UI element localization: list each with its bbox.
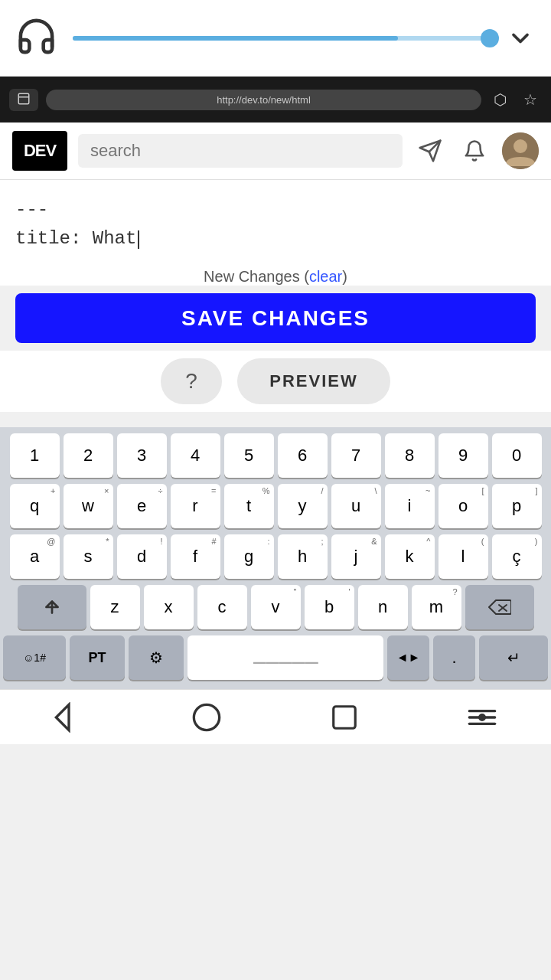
send-icon[interactable] — [413, 134, 447, 168]
key-f[interactable]: #f — [171, 534, 220, 579]
settings-key[interactable]: ⚙ — [129, 635, 184, 680]
svg-point-5 — [514, 139, 527, 153]
key-k[interactable]: ^k — [385, 534, 435, 579]
search-input[interactable] — [78, 134, 403, 168]
editor-content: --- title: What — [15, 195, 536, 254]
nav-bar — [0, 689, 551, 744]
new-changes-text: New Changes (clear) — [204, 268, 347, 285]
key-t[interactable]: %t — [224, 484, 274, 528]
dev-navbar: DEV — [0, 122, 551, 180]
key-b[interactable]: 'b — [305, 585, 354, 629]
key-v[interactable]: "v — [251, 585, 301, 629]
key-5[interactable]: 5 — [224, 433, 274, 478]
nav-recents-button[interactable] — [321, 694, 367, 740]
help-button[interactable]: ? — [161, 358, 222, 404]
backspace-key[interactable] — [465, 585, 534, 629]
key-i[interactable]: ~i — [385, 484, 435, 528]
dev-logo[interactable]: DEV — [12, 131, 67, 171]
preview-button[interactable]: PREVIEW — [237, 358, 390, 404]
key-1[interactable]: 1 — [10, 433, 60, 478]
key-6[interactable]: 6 — [278, 433, 328, 478]
key-z[interactable]: z — [90, 585, 140, 629]
key-0[interactable]: 0 — [492, 433, 542, 478]
browser-tab[interactable] — [9, 89, 38, 111]
bottom-buttons: ? PREVIEW — [0, 351, 551, 412]
svg-rect-0 — [18, 93, 29, 104]
key-o[interactable]: [o — [439, 484, 488, 528]
svg-rect-10 — [334, 706, 356, 728]
spacer — [0, 412, 551, 427]
nav-home-button[interactable] — [184, 694, 230, 740]
svg-marker-8 — [56, 704, 69, 730]
nav-back-button[interactable] — [46, 694, 92, 740]
keyboard-bottom-row: ☺1# PT ⚙ ⎽⎽⎽⎽⎽ ◄► . ↵ — [3, 635, 548, 680]
key-2[interactable]: 2 — [64, 433, 113, 478]
key-j[interactable]: &j — [331, 534, 381, 579]
clear-link[interactable]: clear — [309, 268, 342, 285]
svg-point-11 — [480, 714, 485, 720]
avatar[interactable] — [502, 132, 539, 169]
arrow-key[interactable]: ◄► — [387, 635, 429, 680]
browser-share-icon[interactable]: ⬡ — [489, 90, 511, 109]
save-changes-button[interactable]: SAVE CHANGES — [15, 293, 536, 343]
new-changes-bar: New Changes (clear) — [0, 260, 551, 286]
key-q[interactable]: +q — [10, 484, 60, 528]
key-x[interactable]: x — [144, 585, 194, 629]
keyboard-row-1: +q ×w ÷e =r %t /y \u ~i [o ]p — [3, 484, 548, 528]
audio-progress-bar[interactable] — [73, 36, 490, 41]
key-y[interactable]: /y — [278, 484, 328, 528]
key-u[interactable]: \u — [331, 484, 381, 528]
key-r[interactable]: =r — [171, 484, 220, 528]
svg-point-9 — [194, 704, 219, 730]
key-g[interactable]: :g — [224, 534, 274, 579]
keyboard-number-row: 1 2 3 4 5 6 7 8 9 0 — [3, 433, 548, 478]
keyboard-row-2: @a *s !d #f :g ;h &j ^k (l )ç — [3, 534, 548, 579]
nav-menu-button[interactable] — [459, 694, 505, 740]
shift-key[interactable] — [18, 585, 86, 629]
key-n[interactable]: n — [358, 585, 408, 629]
key-3[interactable]: 3 — [117, 433, 167, 478]
browser-url-bar[interactable]: http://dev.to/new/html — [46, 90, 481, 110]
headphone-icon — [15, 15, 57, 60]
editor-area[interactable]: --- title: What — [0, 180, 551, 260]
key-w[interactable]: ×w — [64, 484, 113, 528]
space-key[interactable]: ⎽⎽⎽⎽⎽ — [187, 635, 383, 680]
key-m[interactable]: ?m — [412, 585, 461, 629]
key-cedilla[interactable]: )ç — [492, 534, 542, 579]
media-bar — [0, 0, 551, 77]
key-9[interactable]: 9 — [439, 433, 488, 478]
language-key[interactable]: PT — [70, 635, 125, 680]
key-s[interactable]: *s — [64, 534, 113, 579]
key-4[interactable]: 4 — [171, 433, 220, 478]
browser-bookmark-icon[interactable]: ☆ — [519, 90, 542, 109]
emoji-key[interactable]: ☺1# — [3, 635, 66, 680]
key-d[interactable]: !d — [117, 534, 167, 579]
keyboard: 1 2 3 4 5 6 7 8 9 0 +q ×w ÷e =r %t /y \u… — [0, 427, 551, 689]
chevron-down-icon[interactable] — [505, 23, 536, 54]
enter-key[interactable]: ↵ — [479, 635, 548, 680]
key-l[interactable]: (l — [439, 534, 488, 579]
bell-icon[interactable] — [458, 134, 491, 168]
editor-line-2: title: What — [15, 224, 536, 253]
browser-bar: http://dev.to/new/html ⬡ ☆ — [0, 77, 551, 122]
key-8[interactable]: 8 — [385, 433, 435, 478]
key-e[interactable]: ÷e — [117, 484, 167, 528]
key-a[interactable]: @a — [10, 534, 60, 579]
key-7[interactable]: 7 — [331, 433, 381, 478]
keyboard-row-3: z x c "v 'b n ?m — [3, 585, 548, 629]
key-h[interactable]: ;h — [278, 534, 328, 579]
period-key[interactable]: . — [433, 635, 475, 680]
key-c[interactable]: c — [197, 585, 247, 629]
key-p[interactable]: ]p — [492, 484, 542, 528]
editor-line-1: --- — [15, 195, 536, 224]
